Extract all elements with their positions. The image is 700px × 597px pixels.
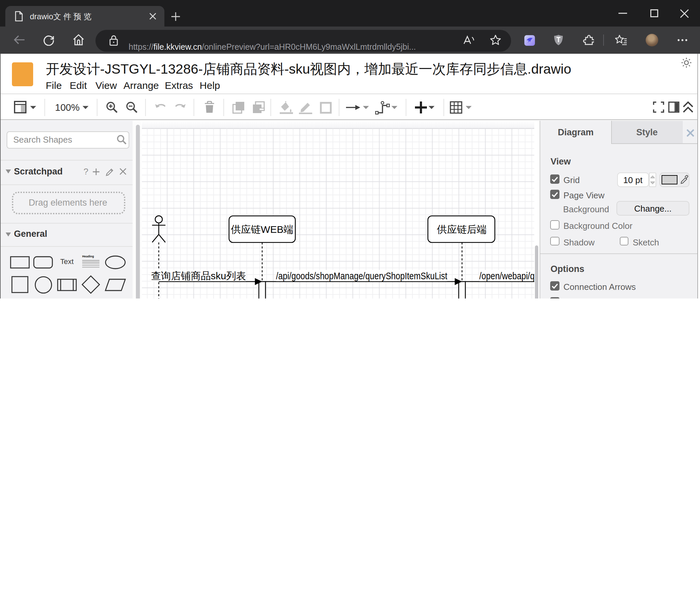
svg-text:Heading: Heading (82, 255, 94, 258)
